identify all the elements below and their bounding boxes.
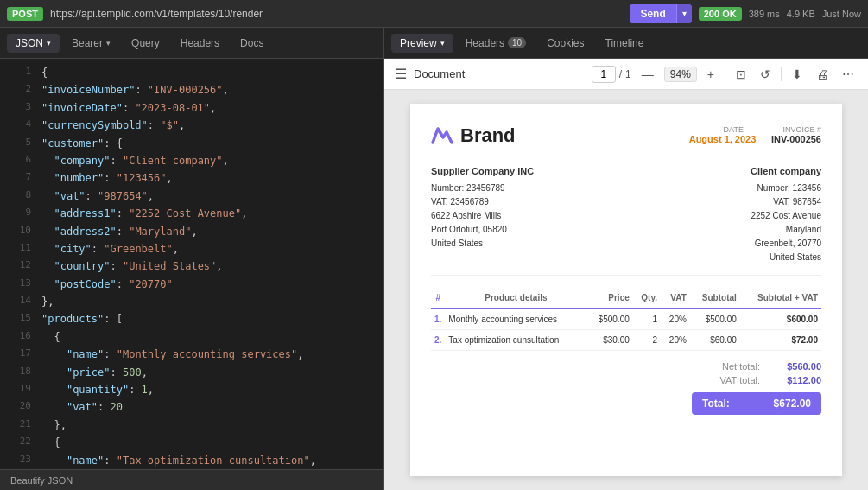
page-sep: / [619, 68, 622, 80]
response-size: 4.9 KB [787, 9, 815, 19]
supplier-address: Supplier Company INC Number: 23456789 VA… [431, 164, 534, 264]
fit-page-button[interactable]: ⊡ [732, 66, 750, 83]
send-button[interactable]: Send [630, 4, 675, 23]
code-line: 5"customer": { [0, 135, 383, 152]
code-line: 2"invoiceNumber": "INV-000256", [0, 81, 383, 99]
download-button[interactable]: ⬇ [789, 66, 806, 83]
code-line: 6 "company": "Client company", [0, 152, 383, 169]
code-line: 7 "number": "123456", [0, 169, 383, 187]
page-input[interactable] [592, 66, 616, 83]
col-subtotal: Subtotal [690, 290, 740, 309]
client-number: Number: 123456 [751, 181, 821, 195]
top-bar: POST https://api.templid.com/v1/template… [0, 0, 868, 28]
code-line: 1{ [0, 64, 383, 81]
code-line: 21 }, [0, 417, 383, 434]
brand-name: Brand [460, 124, 516, 147]
tab-bearer[interactable]: Bearer ▾ [63, 34, 119, 53]
net-total-row: Net total: $560.00 [700, 361, 821, 372]
headers-badge: 10 [508, 37, 526, 48]
grand-total-label: Total: [702, 398, 730, 410]
table-row: 2. Tax optimization cunsultation $30.00 … [431, 329, 821, 350]
code-line: 22 { [0, 434, 383, 451]
zoom-display: 94% [664, 67, 697, 82]
history-button[interactable]: ↺ [757, 66, 774, 83]
code-line: 16 { [0, 328, 383, 346]
send-dropdown[interactable]: ▾ [676, 4, 692, 23]
invoice-header: Brand Date Invoice # August 1, 2023 INV-… [431, 124, 821, 147]
net-total-label: Net total: [700, 361, 760, 372]
status-badge: 200 OK [699, 7, 742, 21]
invoice-meta: Date Invoice # August 1, 2023 INV-000256 [689, 124, 821, 144]
supplier-number: Number: 23456789 [431, 181, 534, 195]
url-text: https://api.templid.com/v1/templates/10/… [50, 8, 623, 20]
hamburger-icon[interactable]: ☰ [395, 66, 407, 82]
invoice-addresses: Supplier Company INC Number: 23456789 VA… [431, 164, 821, 276]
brand-logo: Brand [431, 124, 516, 147]
invoice-document: Brand Date Invoice # August 1, 2023 INV-… [410, 104, 842, 476]
net-total-value: $560.00 [774, 361, 821, 372]
client-address1: 2252 Cost Avenue [751, 209, 821, 223]
response-time: 389 ms [749, 9, 780, 19]
invoice-table: # Product details Price Qty. VAT Subtota… [431, 290, 821, 351]
code-line: 15"products": [ [0, 310, 383, 328]
vat-total-row: VAT total: $112.00 [700, 375, 821, 385]
invoice-totals: Net total: $560.00 VAT total: $112.00 To… [431, 361, 821, 415]
doc-title: Document [414, 67, 585, 80]
right-tab-bar: Preview ▾ Headers 10 Cookies Timeline [384, 28, 868, 59]
tab-docs[interactable]: Docs [231, 34, 272, 53]
col-subtotal-vat: Subtotal + VAT [740, 290, 821, 309]
left-panel: JSON ▾ Bearer ▾ Query Headers Docs 1{2"i… [0, 28, 384, 490]
tab-query[interactable]: Query [123, 34, 168, 53]
invoice-num-label: Invoice # [782, 125, 821, 134]
vat-total-value: $112.00 [774, 375, 821, 385]
tab-cookies[interactable]: Cookies [538, 34, 592, 53]
supplier-country: United States [431, 237, 534, 251]
toolbar-separator-2 [781, 67, 782, 81]
beautify-button[interactable]: Beautify JSON [10, 475, 73, 486]
zoom-out-button[interactable]: — [638, 66, 657, 83]
vat-total-label: VAT total: [700, 375, 760, 385]
code-line: 11 "city": "Greenbelt", [0, 240, 383, 258]
client-name: Client company [751, 164, 821, 180]
invoice-number: INV-000256 [771, 134, 821, 144]
more-button[interactable]: ⋯ [839, 66, 858, 83]
client-country: United States [751, 251, 821, 264]
supplier-vat: VAT: 23456789 [431, 195, 534, 209]
supplier-address2: Port Orlofurt, 05820 [431, 223, 534, 237]
tab-headers[interactable]: Headers [172, 34, 228, 53]
table-row: 1. Monthly accounting services $500.00 1… [431, 309, 821, 330]
code-line: 12 "country": "United States", [0, 258, 383, 275]
code-line: 23 "name": "Tax optimization cunsultatio… [0, 452, 383, 469]
code-line: 4"currencySymbold": "$", [0, 117, 383, 134]
toolbar-separator [725, 67, 725, 81]
invoice-date: August 1, 2023 [689, 134, 757, 144]
col-price: Price [586, 290, 632, 309]
send-btn-group[interactable]: Send ▾ [630, 4, 691, 23]
code-editor[interactable]: 1{2"invoiceNumber": "INV-000256",3"invoi… [0, 59, 383, 469]
main-layout: JSON ▾ Bearer ▾ Query Headers Docs 1{2"i… [0, 28, 868, 490]
code-line: 3"invoiceDate": "2023-08-01", [0, 99, 383, 117]
supplier-address1: 6622 Abshire Mills [431, 209, 534, 223]
tab-json[interactable]: JSON ▾ [7, 34, 60, 53]
left-tab-bar: JSON ▾ Bearer ▾ Query Headers Docs [0, 28, 383, 59]
code-line: 10 "address2": "Maryland", [0, 223, 383, 240]
code-line: 19 "quantity": 1, [0, 381, 383, 398]
code-line: 13 "postCode": "20770" [0, 276, 383, 293]
code-line: 8 "vat": "987654", [0, 188, 383, 205]
grand-total-value: $672.00 [774, 398, 811, 410]
zoom-in-button[interactable]: + [704, 66, 718, 83]
print-button[interactable]: 🖨 [813, 66, 832, 83]
tab-preview[interactable]: Preview ▾ [391, 34, 453, 53]
code-line: 18 "price": 500, [0, 364, 383, 381]
col-product-details: Product details [445, 290, 586, 309]
tab-timeline[interactable]: Timeline [597, 34, 653, 53]
code-line: 9 "address1": "2252 Cost Avenue", [0, 205, 383, 222]
tab-headers-right[interactable]: Headers 10 [457, 34, 535, 53]
right-panel: Preview ▾ Headers 10 Cookies Timeline ☰ … [384, 28, 868, 490]
client-address: Client company Number: 123456 VAT: 98765… [751, 164, 821, 264]
col-qty: Qty. [633, 290, 661, 309]
bottom-bar: Beautify JSON [0, 469, 383, 490]
client-address2: Maryland [751, 223, 821, 237]
supplier-name: Supplier Company INC [431, 164, 534, 180]
client-address3: Greenbelt, 20770 [751, 237, 821, 251]
